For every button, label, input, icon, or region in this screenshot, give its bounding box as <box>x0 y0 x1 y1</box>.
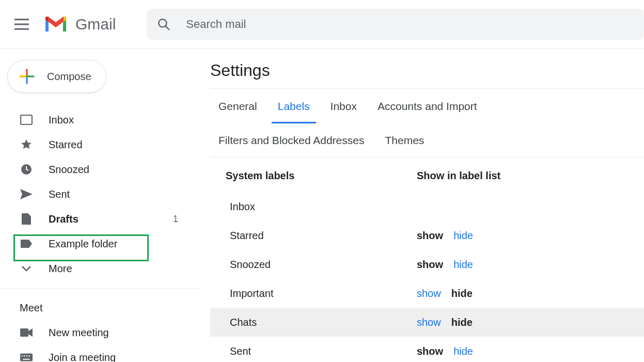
label-row-snoozed: Snoozedshowhide <box>210 250 644 279</box>
sidebar-item-sent[interactable]: Sent <box>0 182 199 207</box>
gmail-brand-text: Gmail <box>75 15 116 33</box>
label-row-important: Importantshowhide <box>210 279 644 308</box>
keyboard-icon <box>20 353 33 362</box>
label-name: Chats <box>230 317 417 328</box>
search-input[interactable] <box>185 17 634 32</box>
sidebar-item-label: Example folder <box>49 238 117 250</box>
label-actions: showhide <box>417 259 644 271</box>
hide-link[interactable]: hide <box>453 259 473 271</box>
show-link[interactable]: show <box>417 317 441 328</box>
label-name: Snoozed <box>230 259 417 271</box>
sidebar-item-drafts[interactable]: Drafts1 <box>0 207 199 231</box>
label-name: Sent <box>230 345 417 357</box>
sidebar-item-snoozed[interactable]: Snoozed <box>0 157 199 182</box>
hide-link[interactable]: hide <box>453 345 473 357</box>
sidebar-item-starred[interactable]: Starred <box>0 132 199 157</box>
label-row-starred: Starredshowhide <box>210 221 644 250</box>
label-actions: showhide <box>417 345 644 357</box>
settings-tabs: GeneralLabelsInboxAccounts and ImportFil… <box>210 89 644 157</box>
compose-button[interactable]: Compose <box>7 60 106 93</box>
clock-icon <box>20 163 33 176</box>
sidebar-item-more[interactable]: More <box>0 256 199 281</box>
sidebar-item-example-folder[interactable]: Example folder <box>0 231 199 256</box>
header: Gmail <box>0 0 644 49</box>
gmail-logo[interactable]: Gmail <box>43 15 116 34</box>
file-icon <box>20 213 33 225</box>
sidebar-item-label: Drafts <box>49 213 78 225</box>
main-menu-button[interactable] <box>14 19 29 30</box>
star-icon <box>20 138 33 151</box>
label-name: Inbox <box>230 201 417 213</box>
tab-filters-and-blocked-addresses[interactable]: Filters and Blocked Addresses <box>210 123 372 157</box>
sidebar-item-inbox[interactable]: Inbox <box>0 107 199 132</box>
label-row-sent: Sentshowhide <box>210 337 644 362</box>
sidebar-item-label: Snoozed <box>49 164 89 176</box>
label-row-chats: Chatsshowhide <box>210 308 644 337</box>
meet-section-title: Meet <box>0 289 199 320</box>
show-link[interactable]: show <box>417 345 443 357</box>
tab-labels[interactable]: Labels <box>270 89 318 123</box>
label-name: Important <box>230 288 417 300</box>
svg-point-0 <box>159 19 167 27</box>
compose-plus-icon <box>19 69 35 84</box>
sidebar-item-label: Starred <box>49 139 83 151</box>
main-content: Settings GeneralLabelsInboxAccounts and … <box>199 49 644 362</box>
hide-link[interactable]: hide <box>451 288 473 300</box>
sidebar-item-badge: 1 <box>173 214 178 225</box>
compose-label: Compose <box>47 71 91 83</box>
page-title: Settings <box>210 61 644 80</box>
column-header-show-in-list: Show in label list <box>417 170 644 182</box>
meet-item-label: Join a meeting <box>49 352 116 363</box>
nav-list: InboxStarredSnoozedSentDrafts1Example fo… <box>0 107 199 281</box>
tab-themes[interactable]: Themes <box>376 123 432 157</box>
tab-general[interactable]: General <box>210 89 265 123</box>
meet-item-new-meeting[interactable]: New meeting <box>0 320 199 345</box>
svg-rect-6 <box>23 359 30 360</box>
video-icon <box>20 328 33 337</box>
search-bar[interactable] <box>147 9 644 40</box>
send-icon <box>20 188 33 200</box>
gmail-logo-icon <box>43 15 68 34</box>
label-actions: showhide <box>417 230 644 242</box>
show-link[interactable]: show <box>417 288 441 300</box>
svg-rect-5 <box>20 354 33 361</box>
svg-point-9 <box>26 355 27 356</box>
table-header: System labels Show in label list <box>210 159 644 192</box>
label-actions: showhide <box>417 317 644 328</box>
search-icon <box>157 18 170 31</box>
svg-rect-4 <box>20 328 28 337</box>
label-name: Starred <box>230 230 417 242</box>
tab-accounts-and-import[interactable]: Accounts and Import <box>369 89 485 123</box>
svg-point-10 <box>28 355 29 356</box>
label-actions: showhide <box>417 288 644 300</box>
hide-link[interactable]: hide <box>453 230 473 242</box>
show-link[interactable]: show <box>417 230 443 242</box>
svg-rect-2 <box>23 121 30 124</box>
sidebar-item-label: More <box>49 263 72 275</box>
svg-point-7 <box>21 355 22 356</box>
meet-item-label: New meeting <box>49 327 109 339</box>
meet-item-join-a-meeting[interactable]: Join a meeting <box>0 345 199 362</box>
show-link[interactable]: show <box>417 259 443 271</box>
sidebar: Compose InboxStarredSnoozedSentDrafts1Ex… <box>0 49 199 362</box>
labels-table: System labels Show in label list InboxSt… <box>210 159 644 362</box>
svg-point-8 <box>24 355 25 356</box>
hamburger-icon <box>14 19 29 30</box>
tab-inbox[interactable]: Inbox <box>322 89 365 123</box>
hide-link[interactable]: hide <box>451 317 473 328</box>
column-header-system-labels: System labels <box>226 170 417 182</box>
tag-icon <box>20 239 33 248</box>
sidebar-item-label: Inbox <box>49 114 74 126</box>
sidebar-item-label: Sent <box>49 188 70 200</box>
chevron-icon <box>20 265 33 272</box>
label-row-inbox: Inbox <box>210 192 644 221</box>
inbox-icon <box>20 115 33 125</box>
